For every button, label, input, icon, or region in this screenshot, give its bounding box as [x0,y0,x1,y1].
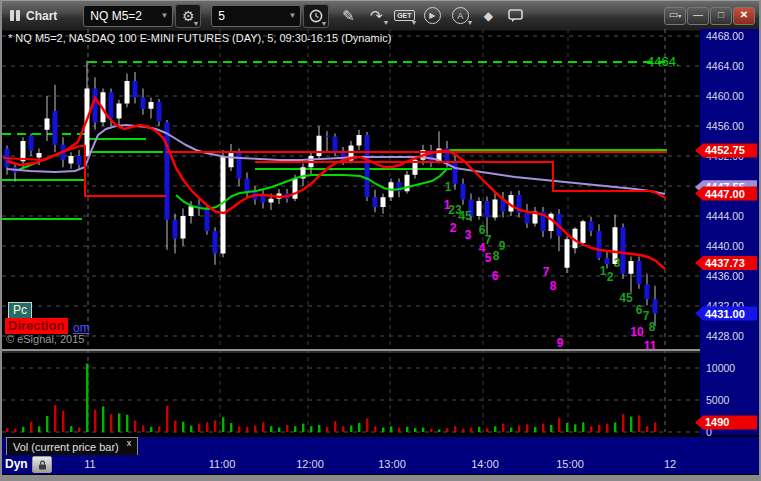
candlestick [645,284,650,299]
candlestick [621,227,626,274]
candlestick [373,197,378,207]
candlestick [149,102,154,109]
candlestick [493,200,498,218]
volume-bar [142,426,144,432]
candlestick [365,135,370,197]
comment-button[interactable] [505,5,527,27]
titlebar: Chart NQ M5=2 ▼ ⚙▼ 5 ▼ ▼ ✎ ↷▼ GET ▼ [2,1,759,31]
text: 4447.00 [705,188,745,200]
volume-bar [390,426,392,432]
volume-bar [598,425,600,432]
volume-bar [94,410,96,432]
sequence-label-green: 2 [607,270,614,284]
candlestick [29,136,34,151]
volume-bar [406,427,408,432]
price-axis-label: 4460.00 [706,90,744,102]
close-button[interactable]: ✕ [733,7,755,25]
symbol-value: NQ M5=2 [90,9,142,23]
volume-bar [70,426,72,432]
volume-bar [542,424,544,432]
symbol-settings-button[interactable]: ⚙▼ [175,4,201,28]
candlestick [245,179,250,193]
candlestick [117,104,122,119]
volume-bar [646,426,648,432]
dynamic-mode-label: Dyn [5,457,28,471]
candlestick [109,92,114,118]
volume-bar [6,428,8,432]
volume-bar [118,413,120,432]
chevron-down-icon: ▼ [382,19,389,26]
sequence-label-green: 1 [600,264,607,278]
pointer-tool-button[interactable]: ◆ [477,5,499,27]
volume-bar [230,423,232,432]
time-axis-label: 12 [664,458,676,470]
study-badge-pc[interactable]: Pc [8,302,32,319]
replay-button[interactable]: ▶ [421,5,443,27]
volume-bar [534,427,536,432]
lock-icon [38,460,47,470]
time-template-button[interactable]: ▼ [303,4,329,28]
sequence-label-magenta: 7 [543,265,550,279]
maximize-button[interactable]: □ [710,7,732,25]
pane-tab-row: Vol (current price bar) x [2,437,759,455]
candlestick [597,231,602,258]
candlestick [69,156,74,164]
volume-bar [342,426,344,432]
time-axis-label: 12:00 [296,458,324,470]
candlestick [133,81,138,98]
candlestick [477,201,482,216]
auto-scale-button[interactable]: A ▼ [449,5,471,27]
volume-bar [238,426,240,432]
candlestick [357,135,362,146]
volume-bar [374,426,376,432]
volume-bar [446,428,448,432]
volume-bar [214,420,216,432]
line-tool-button[interactable]: ↷▼ [365,5,387,27]
lock-button[interactable] [32,456,52,473]
volume-bar [462,429,464,432]
candlestick [589,221,594,231]
window-title: Chart [26,9,57,23]
candlestick [45,119,50,130]
chevron-down-icon: ▼ [320,20,327,27]
sequence-label-magenta: 6 [492,269,499,283]
candlestick [405,175,410,192]
draw-button[interactable]: ✎ [337,5,359,27]
candlestick [549,214,554,231]
time-axis-label: 13:00 [378,458,406,470]
volume-bar [438,429,440,432]
candlestick [325,136,330,137]
symbol-combo[interactable]: NQ M5=2 ▼ [83,5,173,27]
volume-bar [254,426,256,432]
get-data-button[interactable]: GET ▼ [393,5,415,27]
volume-bar [326,427,328,432]
sequence-label-green: 9 [499,239,506,253]
study-badge-direction[interactable]: Direction [5,318,68,334]
sequence-label-magenta: 10 [630,325,644,339]
pane-divider [2,349,700,351]
candlestick [381,197,386,207]
volume-pane-tab[interactable]: Vol (current price bar) x [6,437,138,455]
rollup-button[interactable]: ▭▾ [664,7,686,25]
interval-combo[interactable]: 5 ▼ [211,5,301,27]
time-axis-label: 11:00 [209,458,236,470]
volume-bar [174,420,176,432]
price-axis-label: 4436.00 [706,270,744,282]
volume-bar [518,426,520,432]
volume-bar [494,426,496,432]
volume-bar [430,429,432,432]
candlestick [565,239,570,268]
volume-bar [126,415,128,432]
candlestick [637,261,642,284]
volume-bar [630,417,632,432]
chevron-down-icon: ▼ [154,11,168,20]
minimize-button[interactable]: — [687,7,709,25]
pencil-icon: ✎ [342,7,355,25]
candlestick [269,199,274,203]
volume-bar [110,414,112,432]
volume-bar [86,364,88,432]
sequence-label-green: 8 [649,320,656,334]
volume-bar [358,423,360,432]
volume-bar [294,426,296,432]
close-icon[interactable]: x [127,438,132,448]
